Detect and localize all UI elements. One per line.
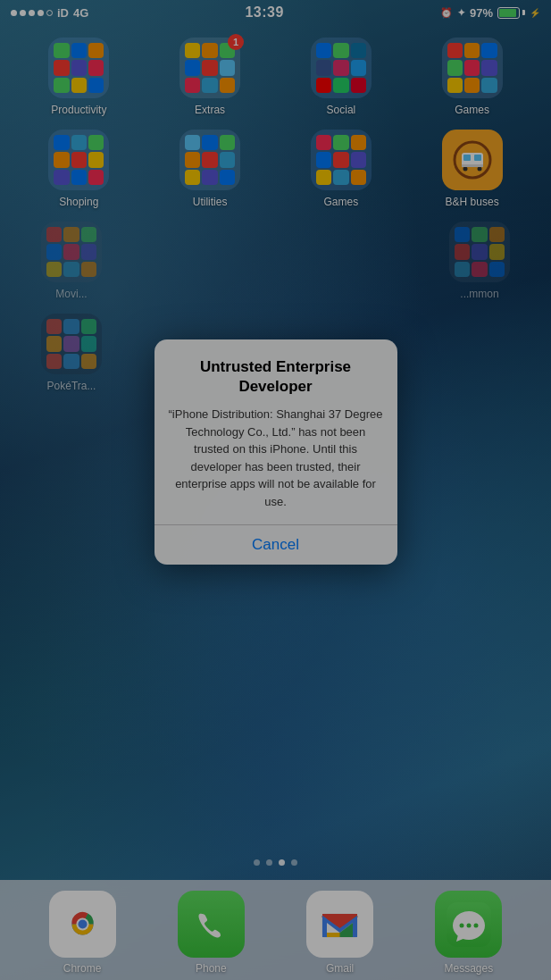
dialog-overlay — [0, 0, 551, 980]
